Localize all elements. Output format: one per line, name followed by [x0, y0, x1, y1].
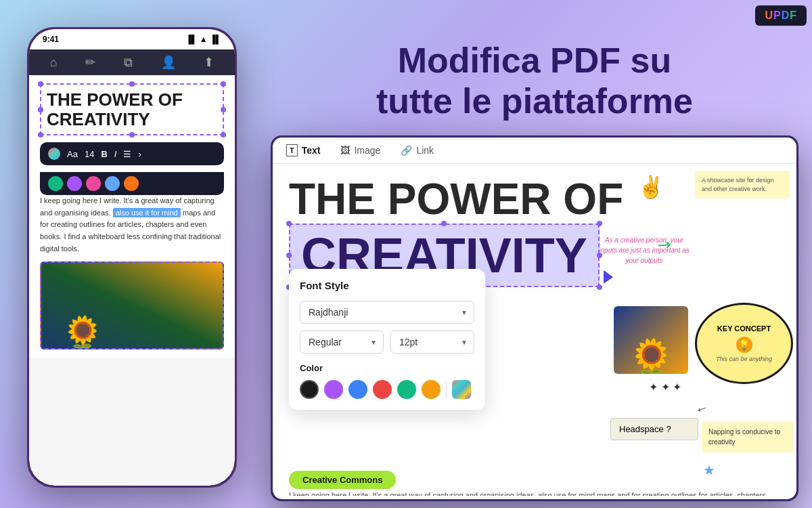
font-size-row[interactable]: 12pt ▼ — [390, 331, 474, 354]
phone-icons: ▐▌ ▲ ▐▌ — [185, 35, 221, 44]
color-red[interactable] — [373, 380, 392, 399]
color-swatches — [300, 380, 474, 399]
phone-body-text: I keep going here I write. It's a great … — [40, 195, 224, 255]
more-options[interactable]: › — [138, 149, 141, 159]
font-style-row[interactable]: Regular ▼ — [300, 331, 384, 354]
sunflower-image: 🌻 — [614, 306, 688, 374]
align-button[interactable]: ☰ — [123, 149, 131, 159]
font-size-label[interactable]: 14 — [85, 149, 94, 159]
star-icon: ★ — [703, 462, 715, 478]
headspace-label: Headspace ? — [619, 424, 671, 434]
color-green[interactable] — [397, 380, 416, 399]
font-style-panel: Font Style Rajdhanji ▼ Regular ▼ — [289, 269, 485, 410]
cursor-icon — [604, 270, 613, 284]
italic-button[interactable]: I — [114, 149, 117, 159]
phone-image-area: 🌻 — [40, 261, 224, 350]
font-name-row[interactable]: Rajdhanji ▼ — [300, 301, 474, 324]
color-green[interactable] — [48, 176, 63, 191]
phone-screen: 9:41 ▐▌ ▲ ▐▌ ⌂ ✏ ⧉ 👤 ⬆ THE POWER OF CREA… — [29, 29, 235, 486]
peace-icon: ✌️ — [637, 174, 664, 200]
style-arrow: ▼ — [370, 339, 377, 346]
font-panel-title: Font Style — [300, 280, 474, 291]
showcase-note: A showcase site for design and other cre… — [695, 171, 790, 198]
color-purple[interactable] — [324, 380, 343, 399]
text-tool-icon: T — [286, 144, 298, 156]
user-icon[interactable]: 👤 — [161, 55, 176, 70]
font-aa-label[interactable]: Aa — [67, 149, 78, 159]
color-yellow[interactable] — [422, 380, 441, 399]
phone-mockup: 9:41 ▐▌ ▲ ▐▌ ⌂ ✏ ⧉ 👤 ⬆ THE POWER OF CREA… — [27, 27, 237, 488]
logo-d: D — [782, 9, 790, 21]
link-tool-icon: 🔗 — [401, 145, 412, 156]
key-concept-sub: This can be anything — [716, 356, 772, 362]
tool-text[interactable]: T Text — [286, 144, 320, 156]
home-icon[interactable]: ⌂ — [50, 56, 58, 70]
tablet-body-text: I keep going here I write. It's a great … — [289, 489, 780, 496]
logo-f: F — [790, 9, 797, 21]
napping-note: Napping is conducive to creativity — [702, 421, 793, 452]
headline: Modifica PDF su tutte le piattaforme — [284, 41, 785, 122]
image-tool-label: Image — [354, 145, 380, 156]
headline-line2: tutte le piattaforme — [376, 81, 693, 121]
text-tool-label: Text — [302, 145, 321, 156]
font-select-arrow: ▼ — [461, 309, 468, 316]
showcase-note-text: A showcase site for design and other cre… — [702, 177, 774, 192]
copy-icon[interactable]: ⧉ — [124, 56, 133, 70]
link-tool-label: Link — [416, 145, 434, 156]
phone-content: THE POWER OF CREATIVITY Aa 14 B I ☰ › — [29, 75, 235, 358]
share-icon[interactable]: ⬆ — [204, 55, 214, 70]
phone-time: 9:41 — [43, 35, 59, 44]
phone-status-bar: 9:41 ▐▌ ▲ ▐▌ — [29, 29, 235, 49]
phone-toolbar[interactable]: ⌂ ✏ ⧉ 👤 ⬆ — [29, 49, 235, 75]
tool-link[interactable]: 🔗 Link — [401, 145, 434, 156]
key-concept-label: KEY CONCEPT — [717, 324, 771, 333]
headspace-note: Headspace ? — [610, 418, 698, 440]
highlighted-text: also use it for mind — [113, 208, 181, 217]
tool-image[interactable]: 🖼 Image — [340, 145, 380, 156]
color-black[interactable] — [300, 380, 319, 399]
creative-commons-button[interactable]: Creative Commons — [289, 471, 396, 489]
size-arrow: ▼ — [461, 339, 468, 346]
tablet-mockup: T Text 🖼 Image 🔗 Link THE POWER OF CREAT… — [271, 135, 798, 501]
color-blue[interactable] — [105, 176, 120, 191]
color-blue[interactable] — [348, 380, 367, 399]
color-picker-icon[interactable] — [48, 148, 60, 160]
tablet-content: THE POWER OF CREATIVITY — [273, 164, 796, 496]
key-concept-badge: KEY CONCEPT 💡 This can be anything — [695, 303, 793, 384]
tablet-screen: T Text 🖼 Image 🔗 Link THE POWER OF CREAT… — [273, 137, 796, 499]
phone-document-title: THE POWER OF CREATIVITY — [40, 83, 224, 135]
doodle-arrow2: ← — [693, 399, 711, 418]
doodle-marks: ✦ ✦ ✦ — [649, 381, 681, 394]
logo-u: U — [765, 9, 773, 21]
font-name-select[interactable]: Rajdhanji — [300, 301, 474, 324]
color-pink[interactable] — [86, 176, 101, 191]
headline-line1: Modifica PDF su — [398, 41, 671, 80]
color-section-label: Color — [300, 363, 474, 373]
tablet-toolbar[interactable]: T Text 🖼 Image 🔗 Link — [273, 137, 796, 164]
napping-text: Napping is conducive to creativity — [708, 428, 780, 446]
updf-logo: UPDF — [755, 5, 807, 26]
divider — [446, 381, 447, 398]
bold-button[interactable]: B — [101, 149, 107, 159]
image-tool-icon: 🖼 — [340, 145, 350, 156]
phone-title-text: THE POWER OF CREATIVITY — [47, 89, 183, 129]
tablet-main: THE POWER OF CREATIVITY — [273, 164, 796, 496]
format-bar[interactable]: Aa 14 B I ☰ › — [40, 142, 224, 165]
edit-icon[interactable]: ✏ — [85, 55, 95, 70]
color-purple[interactable] — [67, 176, 82, 191]
format-colors-row — [40, 172, 224, 195]
pink-quote-text: As a creative person, your inputs are ju… — [597, 235, 692, 266]
color-orange[interactable] — [124, 176, 139, 191]
font-style-size-row: Regular ▼ 12pt ▼ — [300, 331, 474, 354]
color-more[interactable] — [452, 380, 471, 399]
logo-p: P — [773, 9, 782, 21]
